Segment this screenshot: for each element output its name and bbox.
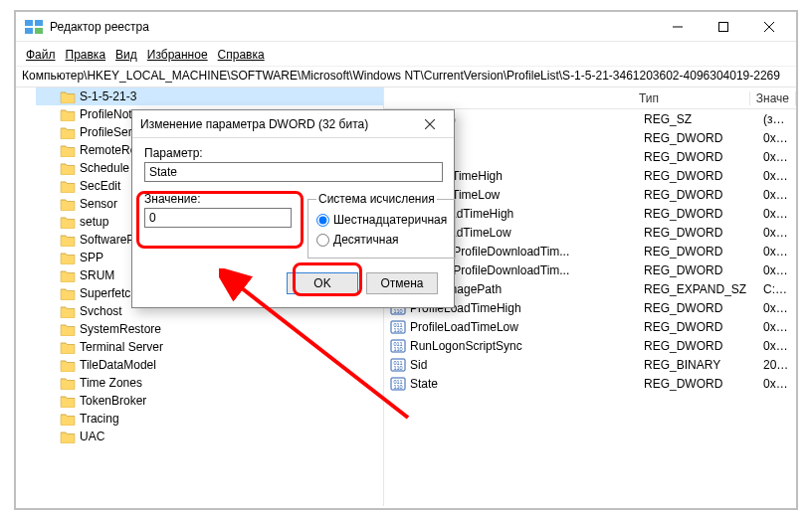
value-type: REG_BINARY	[638, 358, 757, 372]
tree-item-label: UAC	[80, 430, 104, 443]
tree-item-label: Time Zones	[80, 376, 142, 390]
param-name-input[interactable]	[144, 162, 443, 182]
folder-icon	[60, 322, 76, 336]
value-icon: 011110	[390, 319, 406, 335]
address-bar[interactable]: Компьютер\HKEY_LOCAL_MACHINE\SOFTWARE\Mi…	[16, 67, 796, 87]
value-data: 0x000	[757, 339, 796, 353]
col-type[interactable]: Тип	[633, 91, 750, 105]
tree-item-label: Schedule	[80, 161, 129, 175]
titlebar: Редактор реестра	[16, 12, 796, 42]
value-type: REG_DWORD	[638, 207, 757, 221]
value-data: 0x000	[757, 377, 796, 391]
list-row[interactable]: 011110RunLogonScriptSyncREG_DWORD0x000	[384, 336, 796, 355]
close-button[interactable]	[746, 13, 792, 41]
radix-dec-row[interactable]: Десятичная	[316, 230, 447, 250]
radix-group: Система исчисления Шестнадцатеричная Дес…	[307, 192, 456, 259]
tree-item[interactable]: TokenBroker	[36, 392, 383, 410]
edit-dword-dialog: Изменение параметра DWORD (32 бита) Пара…	[131, 109, 455, 308]
radix-hex-row[interactable]: Шестнадцатеричная	[316, 210, 447, 230]
tree-item[interactable]: Tracing	[36, 410, 383, 428]
svg-text:110: 110	[393, 308, 402, 314]
tree-item-label: Terminal Server	[80, 340, 163, 354]
tree-item-label: SPP	[80, 251, 103, 264]
tree-item[interactable]: Terminal Server	[36, 338, 383, 356]
tree-item-label: SystemRestore	[80, 322, 161, 336]
list-row[interactable]: 011110SidREG_BINARY20 08	[384, 355, 796, 374]
tree-item-label: SecEdit	[80, 179, 120, 193]
svg-text:110: 110	[393, 384, 402, 390]
folder-icon	[60, 197, 76, 211]
svg-rect-0	[25, 20, 33, 26]
value-type: REG_DWORD	[638, 188, 757, 202]
folder-icon	[60, 286, 76, 300]
tree-item[interactable]: TileDataModel	[36, 356, 383, 374]
tree-item-label: Tracing	[80, 412, 119, 426]
folder-icon	[60, 125, 76, 139]
folder-icon	[60, 161, 76, 175]
value-name: RunLogonScriptSync	[410, 339, 522, 353]
menu-help[interactable]: Справка	[214, 46, 269, 64]
col-data[interactable]: Значе	[750, 91, 796, 105]
value-type: REG_DWORD	[638, 169, 757, 183]
svg-rect-1	[35, 20, 43, 26]
value-input[interactable]	[144, 208, 292, 228]
minimize-button[interactable]	[655, 13, 701, 41]
cancel-button[interactable]: Отмена	[366, 272, 438, 294]
value-type: REG_DWORD	[638, 339, 757, 353]
value-data: 0x01d	[757, 169, 796, 183]
menu-file[interactable]: Файл	[22, 46, 60, 64]
menu-edit[interactable]: Правка	[62, 46, 110, 64]
tree-item[interactable]: S-1-5-21-3	[36, 87, 383, 105]
tree-item-label: TileDataModel	[80, 358, 156, 372]
menu-view[interactable]: Вид	[111, 46, 141, 64]
value-data: 0x000	[757, 131, 796, 145]
menu-favorites[interactable]: Избранное	[143, 46, 212, 64]
list-header[interactable]: Тип Значе	[384, 87, 796, 109]
folder-icon	[60, 251, 76, 264]
maximize-button[interactable]	[701, 13, 746, 41]
dialog-close-button[interactable]	[414, 112, 446, 136]
list-row[interactable]: 011110StateREG_DWORD0x000	[384, 374, 796, 393]
dialog-titlebar: Изменение параметра DWORD (32 бита)	[132, 110, 454, 138]
value-data: 0x000	[757, 320, 796, 334]
radix-dec[interactable]	[316, 234, 329, 247]
value-type: REG_DWORD	[638, 377, 757, 391]
ok-button[interactable]: OK	[287, 272, 358, 294]
tree-item-label: Sensor	[80, 197, 117, 211]
value-type: REG_DWORD	[638, 150, 757, 164]
value-type: REG_EXPAND_SZ	[638, 282, 757, 296]
tree-item[interactable]: SystemRestore	[36, 320, 383, 338]
value-type: REG_SZ	[638, 112, 757, 126]
value-data: 20 08	[757, 358, 796, 372]
value-data: 0x35b	[757, 226, 796, 240]
tree-item[interactable]: Time Zones	[36, 374, 383, 392]
value-icon: 011110	[390, 338, 406, 354]
value-name: State	[410, 377, 438, 391]
folder-icon	[60, 233, 76, 247]
value-label: Значение:	[144, 192, 292, 206]
value-type: REG_DWORD	[638, 301, 757, 315]
folder-icon	[60, 268, 76, 282]
value-data: 0x000	[757, 263, 796, 277]
radix-hex[interactable]	[316, 214, 329, 227]
folder-icon	[60, 143, 76, 157]
svg-text:110: 110	[393, 365, 402, 371]
tree-item[interactable]: UAC	[36, 428, 383, 445]
folder-icon	[60, 340, 76, 354]
folder-icon	[60, 215, 76, 229]
svg-text:110: 110	[393, 327, 402, 333]
folder-icon	[60, 179, 76, 193]
radix-legend: Система исчисления	[316, 192, 437, 206]
folder-icon	[60, 412, 76, 426]
svg-rect-3	[35, 28, 43, 34]
svg-rect-5	[719, 22, 728, 31]
menubar: Файл Правка Вид Избранное Справка	[16, 42, 796, 67]
folder-icon	[60, 430, 76, 443]
folder-icon	[60, 107, 76, 121]
window-title: Редактор реестра	[50, 20, 655, 34]
value-type: REG_DWORD	[638, 245, 757, 259]
list-row[interactable]: 011110ProfileLoadTimeLowREG_DWORD0x000	[384, 317, 796, 336]
svg-rect-2	[25, 28, 33, 34]
value-name: Sid	[410, 358, 427, 372]
value-type: REG_DWORD	[638, 131, 757, 145]
